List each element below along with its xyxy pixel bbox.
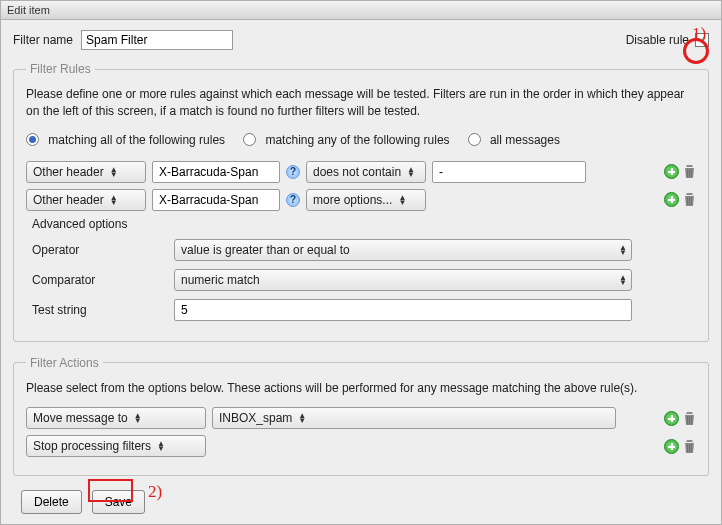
advanced-options-heading: Advanced options	[32, 217, 696, 231]
filter-name-label: Filter name	[13, 33, 73, 47]
delete-button[interactable]: Delete	[21, 490, 82, 514]
rule-operator-value: does not contain	[313, 165, 401, 179]
action-value: Move message to	[33, 411, 128, 425]
add-action-button[interactable]	[664, 439, 679, 454]
rule-operator-select[interactable]: more options...	[306, 189, 426, 211]
add-rule-button[interactable]	[664, 164, 679, 179]
save-button[interactable]: Save	[92, 490, 145, 514]
rule-value-input[interactable]	[432, 161, 586, 183]
window-title: Edit item	[1, 1, 721, 20]
action-select[interactable]: Move message to	[26, 407, 206, 429]
radio-icon	[468, 133, 481, 146]
comparator-label: Comparator	[32, 273, 174, 287]
match-any-label: matching any of the following rules	[265, 133, 449, 147]
operator-value: value is greater than or equal to	[181, 243, 350, 257]
delete-rule-button[interactable]	[683, 164, 696, 179]
rule-row: Other header does not contain	[26, 161, 696, 183]
action-row: Stop processing filters	[26, 435, 696, 457]
match-all-label: matching all of the following rules	[48, 133, 225, 147]
rule-header-input[interactable]	[152, 189, 280, 211]
rule-header-input[interactable]	[152, 161, 280, 183]
delete-rule-button[interactable]	[683, 192, 696, 207]
match-all-option[interactable]: matching all of the following rules	[26, 133, 225, 147]
action-value: Stop processing filters	[33, 439, 151, 453]
rule-row: Other header more options...	[26, 189, 696, 211]
edit-item-window: Edit item Filter name Disable rule Filte…	[0, 0, 722, 525]
disable-rule-label: Disable rule	[626, 33, 689, 47]
operator-select[interactable]: value is greater than or equal to	[174, 239, 632, 261]
filter-actions-legend: Filter Actions	[26, 356, 103, 370]
match-any-option[interactable]: matching any of the following rules	[243, 133, 449, 147]
delete-action-button[interactable]	[683, 411, 696, 426]
rule-field-value: Other header	[33, 165, 104, 179]
disable-rule-checkbox[interactable]	[695, 33, 709, 47]
radio-icon	[243, 133, 256, 146]
test-string-input[interactable]	[174, 299, 632, 321]
match-allmsgs-option[interactable]: all messages	[468, 133, 560, 147]
rule-field-select[interactable]: Other header	[26, 161, 146, 183]
radio-icon	[26, 133, 39, 146]
action-target-value: INBOX_spam	[219, 411, 292, 425]
match-allmsgs-label: all messages	[490, 133, 560, 147]
action-row: Move message to INBOX_spam	[26, 407, 696, 429]
help-icon[interactable]	[286, 165, 300, 179]
filter-rules-legend: Filter Rules	[26, 62, 95, 76]
test-string-label: Test string	[32, 303, 174, 317]
filter-rules-description: Please define one or more rules against …	[26, 86, 696, 121]
action-select[interactable]: Stop processing filters	[26, 435, 206, 457]
rule-field-value: Other header	[33, 193, 104, 207]
help-icon[interactable]	[286, 193, 300, 207]
rule-operator-select[interactable]: does not contain	[306, 161, 426, 183]
filter-name-input[interactable]	[81, 30, 233, 50]
add-rule-button[interactable]	[664, 192, 679, 207]
filter-actions-fieldset: Filter Actions Please select from the op…	[13, 356, 709, 476]
rule-operator-value: more options...	[313, 193, 392, 207]
add-action-button[interactable]	[664, 411, 679, 426]
filter-actions-description: Please select from the options below. Th…	[26, 380, 696, 397]
operator-label: Operator	[32, 243, 174, 257]
delete-action-button[interactable]	[683, 439, 696, 454]
rule-field-select[interactable]: Other header	[26, 189, 146, 211]
comparator-value: numeric match	[181, 273, 260, 287]
action-target-select[interactable]: INBOX_spam	[212, 407, 616, 429]
comparator-select[interactable]: numeric match	[174, 269, 632, 291]
filter-rules-fieldset: Filter Rules Please define one or more r…	[13, 62, 709, 342]
